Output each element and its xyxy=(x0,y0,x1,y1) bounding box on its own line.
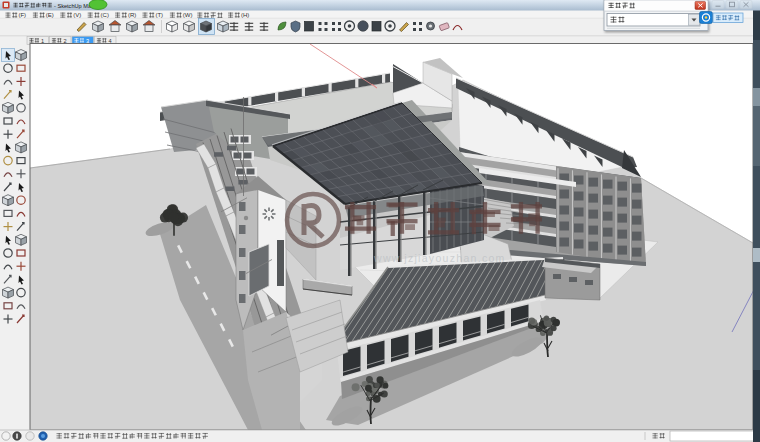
svg-text:(W): (W) xyxy=(183,12,193,18)
svg-text:4: 4 xyxy=(109,38,112,44)
svg-text:(V): (V) xyxy=(73,12,81,18)
svg-text:(H): (H) xyxy=(241,12,249,18)
svg-text:(F): (F) xyxy=(18,12,26,18)
svg-text:(R): (R) xyxy=(128,12,136,18)
svg-text:(E): (E) xyxy=(46,12,54,18)
svg-text:(T): (T) xyxy=(155,12,163,18)
svg-text:3: 3 xyxy=(86,38,89,44)
svg-text:1: 1 xyxy=(41,38,44,44)
svg-text:(C): (C) xyxy=(101,12,109,18)
svg-text:www.jzjiayouzhan.com: www.jzjiayouzhan.com xyxy=(373,252,506,264)
svg-text:2: 2 xyxy=(64,38,67,44)
